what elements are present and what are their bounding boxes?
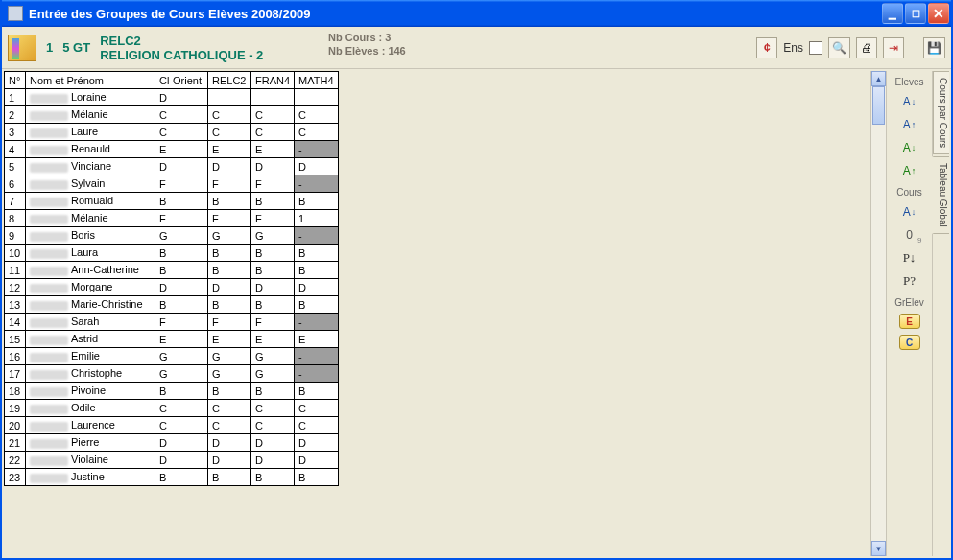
course-folder-icon[interactable] [8, 35, 36, 61]
table-row[interactable]: 6SylvainFFF- [5, 175, 339, 193]
cell-math4[interactable]: B [295, 262, 338, 279]
cell-relc2[interactable]: D [208, 452, 251, 469]
cell-fran4[interactable] [251, 89, 295, 106]
cell-name[interactable]: Romuald [26, 193, 155, 210]
table-row[interactable]: 11Ann-CatherineBBBB [5, 262, 339, 279]
cell-name[interactable]: Boris [26, 227, 155, 245]
cell-name[interactable]: Vinciane [26, 158, 155, 175]
cell-math4[interactable]: D [295, 158, 338, 175]
cell-relc2[interactable]: B [208, 383, 251, 400]
cell-clorient[interactable]: D [155, 452, 208, 469]
cell-relc2[interactable]: G [208, 365, 251, 383]
cell-math4[interactable]: - [295, 141, 338, 158]
p-down-button[interactable]: P↓ [898, 249, 921, 267]
tab-tableau-global[interactable]: Tableau Global [932, 156, 949, 234]
cell-relc2[interactable]: B [208, 296, 251, 314]
cell-clorient[interactable]: C [155, 124, 208, 141]
cell-clorient[interactable]: F [155, 175, 208, 193]
minimize-button[interactable] [882, 3, 903, 24]
cell-relc2[interactable]: B [208, 193, 251, 210]
table-row[interactable]: 18PivoineBBBB [5, 383, 339, 400]
cell-fran4[interactable]: C [251, 124, 295, 141]
vertical-scrollbar[interactable]: ▲ ▼ [870, 71, 886, 556]
cell-fran4[interactable]: G [251, 348, 295, 365]
cell-relc2[interactable]: F [208, 314, 251, 331]
close-button[interactable] [928, 3, 949, 24]
cell-name[interactable]: Laure [26, 124, 155, 141]
table-row[interactable]: 13Marie-ChristineBBBB [5, 296, 339, 314]
cell-fran4[interactable]: G [251, 227, 295, 245]
cell-fran4[interactable]: B [251, 296, 295, 314]
cell-name[interactable]: Sylvain [26, 175, 155, 193]
cell-math4[interactable] [295, 89, 338, 106]
cell-clorient[interactable]: B [155, 193, 208, 210]
cell-fran4[interactable]: D [251, 158, 295, 175]
scroll-up-button[interactable]: ▲ [871, 71, 886, 86]
cell-fran4[interactable]: B [251, 262, 295, 279]
cell-num[interactable]: 3 [5, 124, 26, 141]
table-row[interactable]: 10LauraBBBB [5, 245, 339, 262]
table-row[interactable]: 1LoraineD [5, 89, 339, 106]
cell-clorient[interactable]: B [155, 245, 208, 262]
eleves-sort-group-asc[interactable]: A↓ [898, 139, 921, 156]
cell-num[interactable]: 17 [5, 365, 26, 383]
cell-num[interactable]: 6 [5, 175, 26, 193]
table-row[interactable]: 15AstridEEEE [5, 331, 339, 348]
eleves-sort-desc[interactable]: A↑ [898, 116, 921, 133]
cell-num[interactable]: 7 [5, 193, 26, 210]
cell-num[interactable]: 5 [5, 158, 26, 175]
cell-math4[interactable]: C [295, 417, 338, 434]
cell-fran4[interactable]: F [251, 210, 295, 227]
cell-clorient[interactable]: G [155, 348, 208, 365]
table-row[interactable]: 17ChristopheGGG- [5, 365, 339, 383]
table-row[interactable]: 22ViolaineDDDD [5, 452, 339, 469]
cell-clorient[interactable]: D [155, 89, 208, 106]
cell-clorient[interactable]: F [155, 314, 208, 331]
p-check-button[interactable]: P? [898, 272, 921, 290]
cell-relc2[interactable]: F [208, 210, 251, 227]
table-row[interactable]: 8MélanieFFF1 [5, 210, 339, 227]
tab-cours-par-cours[interactable]: Cours par Cours [933, 71, 949, 154]
table-row[interactable]: 23JustineBBBB [5, 469, 339, 486]
cell-clorient[interactable]: C [155, 400, 208, 417]
cell-num[interactable]: 4 [5, 141, 26, 158]
cell-name[interactable]: Laurence [26, 417, 155, 434]
cell-name[interactable]: Pierre [26, 434, 155, 452]
cell-math4[interactable]: C [295, 124, 338, 141]
cell-relc2[interactable]: F [208, 175, 251, 193]
scroll-down-button[interactable]: ▼ [871, 541, 886, 556]
cell-name[interactable]: Astrid [26, 331, 155, 348]
table-row[interactable]: 16EmilieGGG- [5, 348, 339, 365]
cell-fran4[interactable]: C [251, 106, 295, 124]
cell-name[interactable]: Justine [26, 469, 155, 486]
cell-fran4[interactable]: D [251, 279, 295, 296]
cell-fran4[interactable]: E [251, 141, 295, 158]
cell-num[interactable]: 11 [5, 262, 26, 279]
cell-name[interactable]: Laura [26, 245, 155, 262]
cell-clorient[interactable]: D [155, 434, 208, 452]
table-row[interactable]: 7RomualdBBBB [5, 193, 339, 210]
cell-relc2[interactable]: G [208, 227, 251, 245]
eleves-sort-group-desc[interactable]: A↑ [898, 162, 921, 179]
students-table[interactable]: N° Nom et Prénom Cl-Orient RELC2 FRAN4 M… [4, 71, 339, 486]
cell-clorient[interactable]: G [155, 227, 208, 245]
cell-math4[interactable]: B [295, 383, 338, 400]
cell-relc2[interactable]: E [208, 141, 251, 158]
cell-num[interactable]: 10 [5, 245, 26, 262]
cell-fran4[interactable]: B [251, 469, 295, 486]
cell-relc2[interactable] [208, 89, 251, 106]
cell-clorient[interactable]: B [155, 469, 208, 486]
cell-fran4[interactable]: G [251, 365, 295, 383]
cell-clorient[interactable]: F [155, 210, 208, 227]
cell-num[interactable]: 15 [5, 331, 26, 348]
cell-fran4[interactable]: B [251, 193, 295, 210]
grelev-e-button[interactable]: E [899, 314, 920, 329]
cell-math4[interactable]: - [295, 227, 338, 245]
table-row[interactable]: 14SarahFFF- [5, 314, 339, 331]
cell-fran4[interactable]: B [251, 245, 295, 262]
table-row[interactable]: 21PierreDDDD [5, 434, 339, 452]
cell-num[interactable]: 22 [5, 452, 26, 469]
header-name[interactable]: Nom et Prénom [26, 72, 155, 89]
cell-name[interactable]: Pivoine [26, 383, 155, 400]
maximize-button[interactable] [905, 3, 926, 24]
